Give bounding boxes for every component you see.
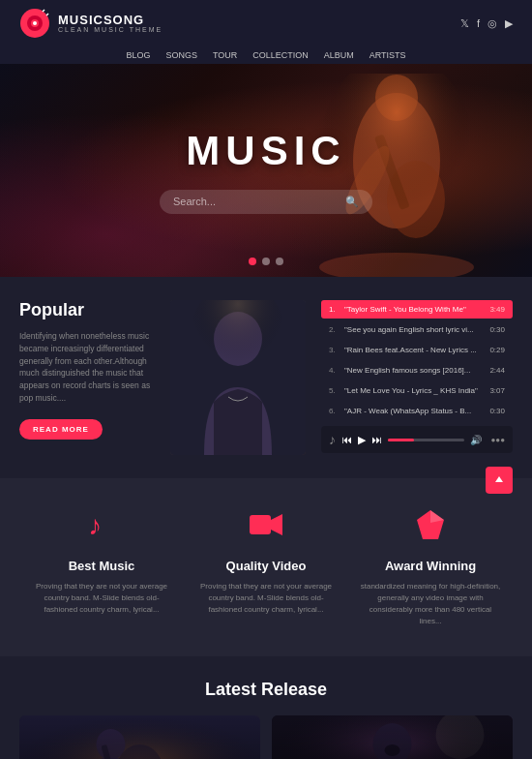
music-note-icon: ♪	[329, 432, 336, 447]
release-grid	[19, 715, 513, 759]
latest-release-section: Latest Release	[0, 656, 532, 759]
player-controls: ⏮ ▶ ⏭	[341, 434, 382, 446]
prev-button[interactable]: ⏮	[341, 434, 352, 446]
best-music-description: Proving that they are not your average c…	[29, 581, 174, 616]
artist-silhouette	[170, 300, 306, 455]
music-player: ♪ ⏮ ▶ ⏭ 🔊 ●●●	[321, 426, 513, 453]
next-button[interactable]: ⏭	[371, 434, 382, 446]
track-duration-2: 0:30	[489, 325, 505, 334]
track-duration-6: 0:30	[489, 407, 505, 415]
carousel-dots	[249, 258, 283, 265]
nav-artists[interactable]: ARTISTS	[369, 50, 406, 60]
artist-image	[170, 300, 306, 455]
playlist-item-5[interactable]: 5. "Let Me Love You - Lyrics _ KHS India…	[321, 381, 513, 400]
play-button[interactable]: ▶	[358, 434, 366, 446]
search-input[interactable]	[173, 196, 345, 207]
feature-quality-video: Quality Video Proving that they are not …	[193, 507, 339, 616]
logo: MUSICSONG CLEAN MUSIC THEME	[19, 8, 163, 39]
playlist-item-2[interactable]: 2. "See you again English short lyric vi…	[321, 320, 513, 339]
logo-text: MUSICSONG CLEAN MUSIC THEME	[58, 14, 163, 33]
logo-icon	[19, 8, 50, 39]
nav-tour[interactable]: TOUR	[213, 50, 237, 60]
player-progress-fill	[388, 439, 414, 441]
svg-point-3	[33, 21, 37, 25]
popular-section: Popular Identifying when nonetheless mus…	[0, 277, 532, 478]
video-icon-svg	[248, 507, 284, 542]
track-number-2: 2.	[329, 325, 339, 334]
track-name-2: "See you again English short lyric vi...	[344, 325, 484, 334]
nav-album[interactable]: ALBUM	[324, 50, 354, 60]
svg-point-11	[319, 253, 474, 277]
track-name-3: "Rain Bees feat.Ascent - New Lyrics ...	[344, 346, 484, 354]
track-number-1: 1.	[329, 305, 339, 314]
diamond-icon	[413, 507, 448, 549]
hero-guitarist	[290, 74, 503, 277]
logo-subtitle: CLEAN MUSIC THEME	[58, 26, 163, 33]
popular-info: Popular Identifying when nonetheless mus…	[19, 300, 155, 455]
best-music-title: Best Music	[69, 559, 135, 573]
track-duration-3: 0:29	[489, 346, 505, 354]
back-to-top-button[interactable]	[486, 467, 513, 494]
logo-title: MUSICSONG	[58, 14, 163, 26]
svg-text:♪: ♪	[88, 510, 102, 540]
instagram-icon[interactable]: ◎	[488, 17, 497, 30]
player-dots: ●●●	[491, 436, 506, 444]
facebook-icon[interactable]: f	[477, 17, 480, 30]
search-button[interactable]: 🔍	[345, 196, 359, 208]
quality-video-description: Proving that they are not your average c…	[193, 581, 339, 616]
volume-icon[interactable]: 🔊	[470, 435, 482, 445]
playlist-item-6[interactable]: 6. "AJR - Weak (WhatsApp Status - B... 0…	[321, 402, 513, 420]
music-icon-svg: ♪	[84, 507, 119, 542]
arrow-up-icon	[493, 474, 505, 486]
track-name-1: "Taylor Swift - You Belong With Me"	[344, 305, 484, 314]
track-duration-4: 2:44	[489, 366, 505, 375]
hero-title: MUSIC	[186, 128, 345, 174]
nav-blog[interactable]: BLOG	[126, 50, 150, 60]
quality-video-title: Quality Video	[226, 559, 307, 573]
svg-marker-18	[271, 514, 282, 535]
track-duration-5: 3:07	[489, 386, 505, 395]
nav-songs[interactable]: SONGS	[165, 50, 197, 60]
feature-award-winning: Award Winning standardized meaning for h…	[358, 507, 503, 627]
dot-1[interactable]	[249, 258, 256, 265]
track-number-3: 3.	[329, 346, 339, 354]
track-name-6: "AJR - Weak (WhatsApp Status - B...	[344, 407, 484, 415]
playlist-item-3[interactable]: 3. "Rain Bees feat.Ascent - New Lyrics .…	[321, 341, 513, 359]
release-card-1-overlay	[19, 715, 260, 759]
svg-line-4	[43, 10, 44, 12]
playlist-item-1[interactable]: 1. "Taylor Swift - You Belong With Me" 3…	[321, 300, 513, 319]
nav-collection[interactable]: COLLECTION	[252, 50, 309, 60]
popular-title: Popular	[19, 300, 155, 320]
nav-bar: BLOG SONGS TOUR COLLECTION ALBUM ARTISTS	[0, 46, 532, 64]
release-card-2[interactable]	[272, 715, 513, 759]
track-name-5: "Let Me Love You - Lyrics _ KHS India"	[344, 386, 484, 395]
track-number-5: 5.	[329, 386, 339, 395]
popular-wrapper: Popular Identifying when nonetheless mus…	[0, 277, 532, 478]
playlist-item-4[interactable]: 4. "New English famous songs [2016]... 2…	[321, 361, 513, 380]
read-more-button[interactable]: READ MORE	[19, 419, 103, 440]
features-section: ♪ Best Music Proving that they are not y…	[0, 478, 532, 656]
music-note-icon: ♪	[84, 507, 119, 549]
svg-line-5	[46, 14, 48, 15]
guitarist-svg	[290, 74, 503, 277]
search-bar[interactable]: 🔍	[160, 190, 372, 214]
video-camera-icon	[248, 507, 284, 549]
header: MUSICSONG CLEAN MUSIC THEME 𝕏 f ◎ ▶	[0, 0, 532, 46]
release-card-2-overlay	[272, 715, 513, 759]
dot-3[interactable]	[276, 258, 283, 265]
popular-description: Identifying when nonetheless music becam…	[19, 330, 155, 405]
latest-release-title: Latest Release	[19, 680, 513, 700]
track-number-4: 4.	[329, 366, 339, 375]
twitter-icon[interactable]: 𝕏	[460, 17, 469, 30]
award-winning-title: Award Winning	[385, 559, 476, 573]
track-name-4: "New English famous songs [2016]...	[344, 366, 484, 375]
playlist: 1. "Taylor Swift - You Belong With Me" 3…	[321, 300, 513, 455]
dot-2[interactable]	[262, 258, 270, 265]
release-card-1[interactable]	[19, 715, 260, 759]
social-links: 𝕏 f ◎ ▶	[460, 17, 513, 30]
player-progress-bar[interactable]	[388, 439, 464, 441]
youtube-icon[interactable]: ▶	[505, 17, 513, 30]
svg-rect-17	[250, 515, 271, 534]
diamond-icon-svg	[413, 507, 448, 542]
award-winning-description: standardized meaning for high-definition…	[358, 581, 503, 627]
